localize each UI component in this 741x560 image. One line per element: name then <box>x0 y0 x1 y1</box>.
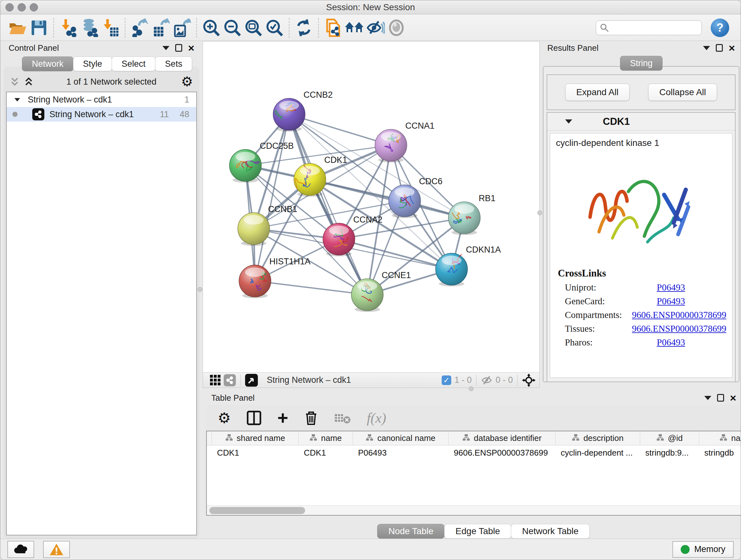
table-cell[interactable]: CDK1 <box>299 445 353 460</box>
help-icon[interactable]: ? <box>711 18 729 37</box>
collection-label: String Network – cdk1 <box>28 95 112 105</box>
tab-network[interactable]: Network <box>22 57 73 71</box>
tab-select[interactable]: Select <box>112 57 155 71</box>
network-node-cdk1[interactable]: CDK1 <box>294 155 347 197</box>
collapse-all-button[interactable]: Collapse All <box>648 84 717 101</box>
network-collection-row[interactable]: String Network – cdk1 1 <box>7 92 196 107</box>
delete-column-icon[interactable] <box>304 410 318 426</box>
entry-expander-icon[interactable] <box>565 119 572 124</box>
zoom-in-icon[interactable] <box>201 17 222 38</box>
horizontal-splitter-grip[interactable] <box>469 386 474 391</box>
crosslink-link[interactable]: 9606.ENSP00000378699 <box>632 310 726 320</box>
network-edge[interactable] <box>255 281 367 295</box>
network-canvas[interactable]: CCNB2CCNA1CDC25BCDK1CDC6RB1CCNB1CCNA2CDK… <box>203 42 539 372</box>
table-cell[interactable]: P06493 <box>353 445 449 460</box>
column-header-description[interactable]: description <box>556 431 640 445</box>
tab-network-table[interactable]: Network Table <box>511 524 590 539</box>
network-node-cdkn1a[interactable]: CDKN1A <box>435 245 501 287</box>
network-node-cdc6[interactable]: CDC6 <box>389 177 443 218</box>
table-cell[interactable]: cyclin-dependent ... <box>556 445 640 460</box>
refresh-layout-icon[interactable] <box>293 17 314 38</box>
tab-string[interactable]: String <box>620 56 663 71</box>
network-node-cdc25b[interactable]: CDC25B <box>229 141 294 183</box>
node-table[interactable]: shared namenamecanonical namedatabase id… <box>206 431 741 516</box>
column-header-namespace[interactable]: namespace <box>699 431 741 445</box>
add-column-icon[interactable]: + <box>277 410 288 426</box>
tab-edge-table[interactable]: Edge Table <box>444 524 511 539</box>
memory-button[interactable]: Memory <box>672 541 734 558</box>
tab-node-table[interactable]: Node Table <box>377 524 445 539</box>
open-session-icon[interactable] <box>7 17 28 38</box>
crosslink-link[interactable]: P06493 <box>657 337 685 348</box>
documents-network-icon[interactable] <box>323 17 344 38</box>
network-view[interactable]: CCNB2CCNA1CDC25BCDK1CDC6RB1CCNB1CCNA2CDK… <box>203 41 540 388</box>
network-view-mode-icon[interactable] <box>224 374 236 386</box>
close-panel-icon[interactable]: × <box>729 44 735 52</box>
network-node-ccna1[interactable]: CCNA1 <box>375 121 434 163</box>
collection-expander-icon[interactable] <box>14 98 20 101</box>
close-panel-icon[interactable]: × <box>730 394 736 401</box>
left-splitter-grip[interactable] <box>198 287 202 292</box>
network-edge[interactable] <box>255 114 289 281</box>
network-edge[interactable] <box>289 114 367 295</box>
panel-menu-icon[interactable] <box>162 46 170 50</box>
float-panel-icon[interactable] <box>175 44 182 52</box>
tab-sets[interactable]: Sets <box>155 57 192 71</box>
zoom-selected-icon[interactable] <box>264 17 285 38</box>
column-header-sharedname[interactable]: shared name <box>212 431 299 445</box>
zoom-out-icon[interactable] <box>222 17 243 38</box>
column-header-id[interactable]: @id <box>640 431 699 445</box>
panel-menu-icon[interactable] <box>703 46 710 50</box>
grid-view-icon[interactable] <box>210 375 220 385</box>
network-row-selected[interactable]: String Network – cdk1 11 48 <box>7 107 196 122</box>
table-horizontal-scrollbar[interactable] <box>207 505 741 515</box>
table-row[interactable]: CDK1CDK1P064939606.ENSP00000378699cyclin… <box>207 445 741 460</box>
collapse-all-icon[interactable] <box>10 76 19 87</box>
scrollbar-thumb[interactable] <box>209 507 305 514</box>
import-table-file-icon[interactable] <box>100 17 121 38</box>
cloud-button[interactable] <box>7 541 34 558</box>
crosslink-link[interactable]: 9606.ENSP00000378699 <box>632 323 726 334</box>
network-node-ccne1[interactable]: CCNE1 <box>351 270 411 312</box>
table-toolbar: ⚙ + f(x) <box>206 405 741 431</box>
selected-checkbox-icon[interactable]: ✓ <box>442 375 451 385</box>
import-network-file-icon[interactable] <box>58 17 79 38</box>
show-selected-icon[interactable] <box>386 17 407 38</box>
network-node-hist1h1a[interactable]: HIST1H1A <box>239 257 311 298</box>
network-node-rb1[interactable]: RB1 <box>448 193 495 235</box>
expand-all-button[interactable]: Expand All <box>565 84 630 101</box>
table-cell[interactable]: CDK1 <box>212 445 299 460</box>
column-header-name[interactable]: name <box>299 431 353 445</box>
export-image-icon[interactable] <box>172 17 192 38</box>
search-box[interactable] <box>596 20 702 35</box>
warning-button[interactable] <box>43 541 70 558</box>
column-header-databaseidentifier[interactable]: database identifier <box>449 431 556 445</box>
tab-style[interactable]: Style <box>73 57 112 71</box>
crosslink-link[interactable]: P06493 <box>657 282 685 293</box>
expand-all-icon[interactable] <box>24 76 33 87</box>
table-cell[interactable]: stringdb:9... <box>640 445 699 460</box>
export-table-icon[interactable] <box>150 17 172 38</box>
table-cell[interactable]: stringdb <box>699 445 741 460</box>
search-input[interactable] <box>609 23 692 33</box>
table-cell[interactable]: 9606.ENSP00000378699 <box>449 445 556 460</box>
float-panel-icon[interactable] <box>717 394 724 401</box>
float-panel-icon[interactable] <box>716 44 723 52</box>
double-house-icon[interactable] <box>344 17 365 38</box>
zoom-fit-icon[interactable] <box>243 17 264 38</box>
network-node-ccnb1[interactable]: CCNB1 <box>238 204 297 246</box>
table-settings-gear-icon[interactable]: ⚙ <box>218 409 231 427</box>
close-panel-icon[interactable]: × <box>188 44 194 52</box>
split-columns-icon[interactable] <box>247 411 261 425</box>
crosslink-link[interactable]: P06493 <box>657 296 685 307</box>
fit-content-icon[interactable] <box>522 374 536 387</box>
import-network-database-icon[interactable] <box>79 17 100 38</box>
export-network-icon[interactable] <box>129 17 150 38</box>
right-splitter-grip[interactable] <box>537 210 542 215</box>
birdseye-view-icon[interactable] <box>245 374 258 387</box>
column-header-canonicalname[interactable]: canonical name <box>353 431 449 445</box>
hide-selected-icon[interactable] <box>365 17 386 38</box>
save-session-icon[interactable] <box>28 17 50 38</box>
gear-icon[interactable]: ⚙ <box>181 75 193 88</box>
panel-menu-icon[interactable] <box>704 396 711 400</box>
